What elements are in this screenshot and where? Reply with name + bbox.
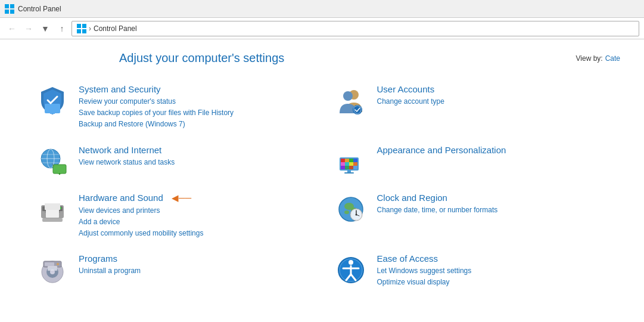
svg-point-50	[344, 210, 349, 214]
svg-rect-46	[45, 202, 60, 203]
system-security-icon	[36, 84, 69, 117]
page-header: Adjust your computer's settings View by:…	[0, 51, 644, 77]
svg-rect-26	[349, 159, 353, 162]
ease-link-1[interactable]: Let Windows suggest settings	[377, 265, 609, 277]
hardware-icon	[36, 193, 69, 226]
clock-link-1[interactable]: Change date, time, or number formats	[377, 205, 609, 216]
breadcrumb-separator: ›	[89, 24, 91, 33]
control-panel-icon	[5, 4, 14, 14]
svg-rect-6	[77, 29, 81, 33]
svg-rect-0	[5, 4, 9, 8]
view-by-label: View by:	[576, 54, 603, 63]
svg-point-11	[343, 91, 353, 101]
category-clock: Clock and Region Change date, time, or n…	[322, 185, 621, 247]
svg-rect-1	[10, 4, 14, 8]
svg-rect-5	[82, 24, 86, 28]
clock-icon	[334, 193, 368, 226]
page-title: Adjust your computer's settings	[119, 51, 284, 65]
clock-title[interactable]: Clock and Region	[377, 193, 609, 203]
svg-rect-18	[53, 165, 66, 174]
title-bar-text: Control Panel	[18, 5, 61, 13]
arrow-annotation: ◀──	[172, 193, 191, 203]
svg-rect-30	[349, 162, 353, 166]
category-hardware: Hardware and Sound ◀── View devices and …	[24, 185, 322, 247]
svg-rect-9	[50, 112, 55, 114]
address-box[interactable]: › Control Panel	[71, 21, 639, 36]
ease-info: Ease of Access Let Windows suggest setti…	[377, 253, 609, 288]
programs-icon	[36, 253, 69, 287]
hardware-link-1[interactable]: View devices and printers	[79, 205, 310, 216]
system-security-link-1[interactable]: Review your computer's status	[79, 96, 310, 107]
svg-rect-34	[349, 166, 353, 169]
title-bar: Control Panel	[0, 0, 644, 18]
main-content: Adjust your computer's settings View by:…	[0, 39, 644, 322]
category-ease: Ease of Access Let Windows suggest setti…	[322, 246, 621, 295]
category-network: Network and Internet View network status…	[24, 138, 322, 185]
svg-rect-33	[345, 166, 349, 169]
svg-rect-31	[353, 162, 357, 166]
user-accounts-info: User Accounts Change account type	[377, 84, 609, 107]
address-icon	[77, 24, 86, 33]
svg-rect-7	[82, 29, 86, 33]
breadcrumb-path: Control Panel	[94, 24, 137, 33]
svg-rect-62	[48, 266, 57, 271]
svg-rect-24	[341, 159, 345, 162]
svg-rect-8	[45, 104, 60, 113]
appearance-title[interactable]: Appearance and Personalization	[377, 145, 609, 155]
svg-rect-37	[344, 172, 354, 174]
hardware-title[interactable]: Hardware and Sound ◀──	[79, 193, 310, 203]
category-system-security: System and Security Review your computer…	[24, 77, 322, 138]
network-title[interactable]: Network and Internet	[79, 145, 310, 155]
svg-rect-35	[353, 166, 357, 169]
category-programs: Programs Uninstall a program	[24, 246, 322, 295]
svg-rect-3	[10, 10, 14, 14]
svg-rect-27	[353, 159, 357, 162]
hardware-link-3[interactable]: Adjust commonly used mobility settings	[79, 228, 310, 239]
system-security-title[interactable]: System and Security	[79, 84, 310, 94]
user-accounts-link-1[interactable]: Change account type	[377, 96, 609, 107]
appearance-icon	[334, 145, 368, 178]
svg-rect-29	[345, 162, 349, 166]
system-security-link-2[interactable]: Save backup copies of your files with Fi…	[79, 107, 310, 119]
ease-title[interactable]: Ease of Access	[377, 253, 609, 264]
svg-rect-4	[77, 24, 81, 28]
back-button[interactable]: ←	[5, 21, 19, 36]
view-by-value[interactable]: Cate	[605, 54, 620, 63]
svg-point-55	[355, 213, 357, 215]
svg-rect-43	[42, 218, 63, 222]
svg-rect-32	[341, 166, 345, 169]
view-by-control: View by: Cate	[576, 54, 621, 63]
category-user-accounts: User Accounts Change account type	[322, 77, 621, 138]
svg-rect-25	[345, 159, 349, 162]
programs-info: Programs Uninstall a program	[79, 253, 310, 277]
network-link-1[interactable]: View network status and tasks	[79, 157, 310, 168]
svg-rect-2	[5, 10, 9, 14]
appearance-info: Appearance and Personalization	[377, 145, 609, 157]
svg-point-61	[57, 263, 59, 265]
clock-info: Clock and Region Change date, time, or n…	[377, 193, 609, 216]
network-icon	[36, 145, 69, 178]
category-appearance: Appearance and Personalization	[322, 138, 621, 185]
programs-title[interactable]: Programs	[79, 253, 310, 264]
system-security-link-3[interactable]: Backup and Restore (Windows 7)	[79, 119, 310, 130]
hardware-link-2[interactable]: Add a device	[79, 216, 310, 228]
dropdown-button[interactable]: ▼	[38, 21, 52, 36]
up-button[interactable]: ↑	[55, 21, 69, 36]
network-info: Network and Internet View network status…	[79, 145, 310, 168]
forward-button[interactable]: →	[21, 21, 36, 36]
system-security-info: System and Security Review your computer…	[79, 84, 310, 131]
user-accounts-icon	[334, 84, 368, 117]
categories-grid: System and Security Review your computer…	[0, 77, 644, 296]
user-accounts-title[interactable]: User Accounts	[377, 84, 609, 94]
hardware-info: Hardware and Sound ◀── View devices and …	[79, 193, 310, 240]
svg-rect-60	[45, 262, 54, 266]
ease-link-2[interactable]: Optimize visual display	[377, 277, 609, 288]
svg-rect-28	[341, 162, 345, 166]
address-bar: ← → ▼ ↑ › Control Panel	[0, 18, 644, 39]
svg-point-65	[349, 260, 353, 265]
programs-link-1[interactable]: Uninstall a program	[79, 265, 310, 277]
ease-icon	[334, 253, 368, 287]
